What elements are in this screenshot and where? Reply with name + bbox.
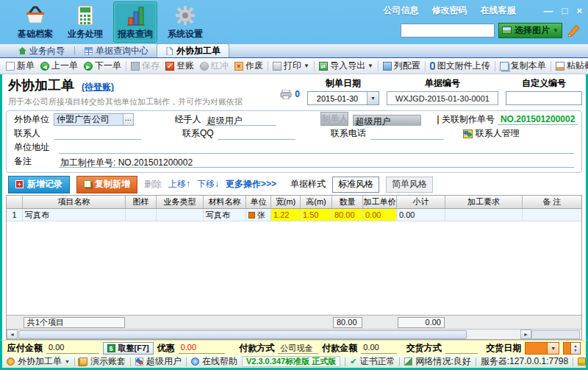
- nav-business[interactable]: 业务处理: [63, 1, 107, 43]
- online-service-link[interactable]: 在线客服: [481, 4, 516, 17]
- cell-name[interactable]: 写真布: [23, 209, 126, 221]
- pick-image-button[interactable]: 选择图片 ▼: [498, 23, 562, 38]
- prev-doc-button[interactable]: ◄上一单: [37, 59, 81, 73]
- cell-sample[interactable]: [126, 209, 157, 221]
- online-help-item[interactable]: 在线帮助: [191, 355, 237, 368]
- next-doc-button[interactable]: ►下一单: [81, 59, 124, 73]
- doc-type-menu[interactable]: 外协加工单 ▼: [7, 355, 70, 368]
- style-standard-button[interactable]: 标准风格: [332, 177, 379, 193]
- print-count-button[interactable]: 0: [280, 77, 300, 99]
- contact-input[interactable]: [54, 129, 141, 140]
- discount-input[interactable]: 0.00: [179, 343, 226, 354]
- handler-input[interactable]: 超级用户: [206, 115, 277, 126]
- delivery-method-input[interactable]: [445, 343, 478, 354]
- delivery-date-combo[interactable]: ▼: [525, 342, 559, 355]
- spinner-buttons[interactable]: ▲▼: [570, 343, 580, 354]
- col-header[interactable]: 数量: [332, 196, 363, 208]
- col-header[interactable]: 单位: [246, 196, 271, 208]
- minimize-button[interactable]: —: [544, 6, 553, 15]
- tab-business-wizard[interactable]: 业务向导: [10, 45, 73, 57]
- lock-screen-button[interactable]: 锁 屏: [578, 355, 588, 368]
- delivery-time-spinner[interactable]: ▲▼: [563, 342, 581, 355]
- chevron-down-icon[interactable]: ▼: [367, 92, 379, 104]
- chevron-down-icon[interactable]: ▼: [547, 343, 559, 354]
- change-password-link[interactable]: 修改密码: [432, 4, 467, 17]
- cell-requirement[interactable]: [445, 209, 523, 221]
- note-input[interactable]: 加工制作单号: NO.201501200002: [59, 157, 574, 168]
- cell-width[interactable]: 1.22: [271, 209, 301, 221]
- cell-rownum: 1: [7, 209, 23, 221]
- red-flush-button[interactable]: 红冲: [197, 59, 232, 73]
- nav-basic-files[interactable]: 基础档案: [13, 1, 57, 43]
- horizontal-scrollbar[interactable]: ◄ ►: [7, 329, 581, 339]
- move-down-button[interactable]: 下移↓: [197, 178, 219, 191]
- contacts-manager-link[interactable]: 联系人管理: [476, 127, 520, 140]
- attachment-upload-button[interactable]: 图文附件上传: [427, 59, 493, 73]
- make-date-combo[interactable]: 2015-01-30 ▼: [307, 91, 379, 105]
- maximize-button[interactable]: □: [562, 6, 568, 15]
- company-info-link[interactable]: 公司信息: [384, 4, 419, 17]
- account-set-item[interactable]: 演示账套: [79, 355, 126, 368]
- move-up-button[interactable]: 上移↑: [168, 178, 190, 191]
- scrollbar-split-box[interactable]: [531, 330, 580, 339]
- print-button[interactable]: 打印▼: [270, 59, 312, 73]
- col-header[interactable]: 宽(m): [271, 196, 301, 208]
- more-actions-button[interactable]: 更多操作>>>: [226, 178, 276, 191]
- address-input[interactable]: [59, 143, 574, 154]
- column-config-button[interactable]: 列配置: [380, 59, 423, 73]
- add-row-button[interactable]: +新增记录: [8, 176, 70, 193]
- cell-height[interactable]: 1.50: [301, 209, 332, 221]
- related-order-link[interactable]: NO.201501200002: [498, 114, 578, 125]
- cell-unit[interactable]: 张: [246, 209, 271, 221]
- close-button[interactable]: ×: [576, 6, 582, 15]
- save-button[interactable]: 保存: [128, 59, 162, 73]
- col-header[interactable]: 备 注: [523, 196, 581, 208]
- cell-qty[interactable]: 80.00: [332, 209, 363, 221]
- cell-material[interactable]: 写真布: [204, 209, 246, 221]
- nav-reports[interactable]: 报表查询: [113, 1, 157, 43]
- status-link[interactable]: (待登账): [82, 81, 114, 93]
- col-header[interactable]: 材料名称: [204, 196, 246, 208]
- contacts-manager-group[interactable]: 联系人管理: [463, 127, 520, 140]
- phone-input[interactable]: [370, 129, 444, 140]
- col-header[interactable]: 加工要求: [445, 196, 523, 208]
- delete-row-button[interactable]: 删除: [144, 178, 162, 191]
- round-button[interactable]: $取整[F7]: [103, 342, 154, 355]
- scroll-left-button[interactable]: ◄: [7, 330, 18, 339]
- col-header[interactable]: 业务类型: [157, 196, 204, 208]
- tab-outsource-order[interactable]: 外协加工单: [157, 43, 229, 57]
- cell-biz-type[interactable]: [157, 209, 204, 221]
- col-header[interactable]: 高(m): [301, 196, 332, 208]
- col-header[interactable]: 加工单价: [363, 196, 397, 208]
- horn-icon[interactable]: [566, 22, 582, 38]
- post-icon: ✔: [165, 62, 174, 71]
- cell-price[interactable]: 0.00: [363, 209, 397, 221]
- pay-method-input[interactable]: 公司现金: [278, 343, 318, 354]
- cell-remark[interactable]: [523, 209, 581, 221]
- nav-settings[interactable]: 系统设置: [163, 1, 207, 43]
- style-simple-button[interactable]: 简单风格: [386, 177, 433, 193]
- tab-doc-query-center[interactable]: 单据查询中心: [76, 45, 157, 57]
- new-doc-button[interactable]: 新单: [3, 59, 37, 73]
- paste-screenshot-button[interactable]: 粘贴截图: [553, 59, 588, 73]
- table-row[interactable]: 1 写真布 写真布 张 1.22 1.50 80.00 0.00 0.00: [7, 209, 581, 221]
- outsource-unit-picker[interactable]: 仲盟广告公司 …: [54, 113, 134, 126]
- current-user-item[interactable]: 超级用户: [135, 355, 182, 368]
- import-export-button[interactable]: ⇄导入导出▼: [316, 59, 376, 73]
- payable-input[interactable]: 0.00: [46, 343, 99, 354]
- col-header[interactable]: 小计: [397, 196, 445, 208]
- copy-row-button[interactable]: 复制新增: [76, 176, 137, 193]
- post-button[interactable]: ✔登账: [162, 59, 197, 73]
- scroll-right-button[interactable]: ►: [520, 330, 531, 339]
- custom-number-input[interactable]: [506, 91, 582, 105]
- qq-input[interactable]: [218, 129, 295, 140]
- col-header[interactable]: 项目名称: [23, 196, 126, 208]
- image-path-input[interactable]: [401, 24, 495, 38]
- red-flush-icon: [200, 62, 209, 71]
- scrollbar-thumb[interactable]: [18, 330, 467, 339]
- col-header[interactable]: 图样: [126, 196, 157, 208]
- paid-input[interactable]: 0.00: [361, 343, 396, 354]
- void-button[interactable]: ×作废: [232, 59, 266, 73]
- browse-button[interactable]: …: [123, 114, 133, 125]
- copy-doc-button[interactable]: 复制本单: [497, 59, 549, 73]
